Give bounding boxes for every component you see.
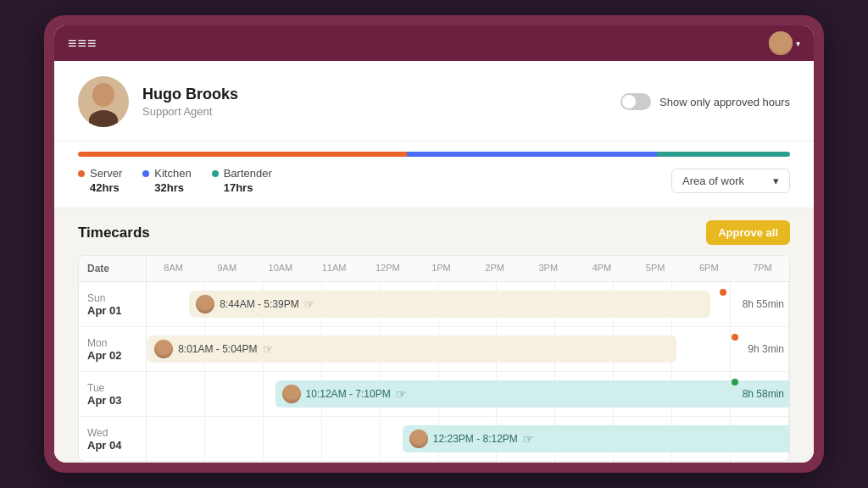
approved-hours-label: Show only approved hours xyxy=(659,96,790,108)
timecards-header: Timecards Approve all xyxy=(78,220,790,245)
col-line xyxy=(264,417,322,461)
top-bar: ≡≡≡ ▾ xyxy=(54,25,814,61)
shift-time-sun: 8:44AM - 5:39PM xyxy=(220,298,298,310)
row-day-label: Tue xyxy=(87,382,137,394)
col-line xyxy=(147,417,205,461)
col-line xyxy=(205,372,264,416)
time-5pm: 5PM xyxy=(629,256,682,281)
legend-bartender-label: Bartender xyxy=(212,167,272,180)
time-3pm: 3PM xyxy=(521,256,575,281)
shift-edit-icon[interactable]: ☞ xyxy=(263,342,274,356)
row-timeline-mon: 8:01AM - 5:04PM ☞ 9h 3min xyxy=(147,327,789,371)
time-8am: 8AM xyxy=(147,256,200,281)
profile-name: Hugo Brooks xyxy=(142,86,238,103)
area-dropdown-chevron-icon: ▾ xyxy=(773,175,779,187)
timecard-grid: Date 8AM 9AM 10AM 11AM 12PM 1PM 2PM 3PM … xyxy=(78,255,790,462)
avatar-img xyxy=(154,340,173,358)
area-of-work-dropdown[interactable]: Area of work ▾ xyxy=(671,169,790,193)
stats-bars xyxy=(78,152,790,157)
profile-info: Hugo Brooks Support Agent xyxy=(142,86,238,118)
row-date-tue: Tue Apr 03 xyxy=(79,372,147,416)
time-headers: 8AM 9AM 10AM 11AM 12PM 1PM 2PM 3PM 4PM 5… xyxy=(147,256,789,281)
col-line xyxy=(205,417,264,461)
shift-bar-wed[interactable]: 12:23PM - 8:12PM ☞ xyxy=(403,425,789,452)
dot-server-icon xyxy=(78,170,85,177)
dot-indicator-sun xyxy=(720,289,726,296)
bar-server xyxy=(78,152,407,157)
legend-server-text: Server xyxy=(90,167,122,180)
shift-bar-tue[interactable]: 10:12AM - 7:10PM ☞ xyxy=(275,380,790,408)
time-6pm: 6PM xyxy=(682,256,736,281)
row-day-label: Wed xyxy=(87,427,137,439)
time-9am: 9AM xyxy=(200,256,253,281)
row-timeline-wed: 12:23PM - 8:12PM ☞ xyxy=(147,417,789,461)
time-1pm: 1PM xyxy=(415,256,468,281)
shift-avatar-sun xyxy=(196,295,214,313)
shift-edit-icon[interactable]: ☞ xyxy=(396,387,407,401)
timecards-section: Timecards Approve all Date 8AM 9AM 10AM … xyxy=(54,208,814,463)
timecards-title: Timecards xyxy=(78,225,150,241)
legend-bartender-text: Bartender xyxy=(224,167,272,180)
grid-header: Date 8AM 9AM 10AM 11AM 12PM 1PM 2PM 3PM … xyxy=(79,256,789,282)
legend-items: Server 42hrs Kitchen 32hrs xyxy=(78,167,272,194)
profile-left: Hugo Brooks Support Agent xyxy=(78,76,238,127)
area-dropdown-label: Area of work xyxy=(682,175,744,187)
date-column-header: Date xyxy=(79,256,147,281)
col-line xyxy=(672,327,731,371)
approve-all-button[interactable]: Approve all xyxy=(706,220,790,245)
avatar-img xyxy=(409,430,428,448)
legend-kitchen-value: 32hrs xyxy=(154,181,191,194)
shift-bar-sun[interactable]: 8:44AM - 5:39PM ☞ xyxy=(189,291,710,318)
row-date-sun: Sun Apr 01 xyxy=(79,282,147,326)
dot-bartender-icon xyxy=(212,170,219,177)
col-line xyxy=(322,417,381,461)
shift-edit-icon[interactable]: ☞ xyxy=(523,432,534,446)
profile-right: Show only approved hours xyxy=(620,93,790,110)
legend-bartender: Bartender 17hrs xyxy=(212,167,272,194)
approved-hours-toggle[interactable] xyxy=(620,93,651,110)
shift-edit-icon[interactable]: ☞ xyxy=(304,297,315,311)
profile-avatar xyxy=(78,76,129,127)
row-day-label: Sun xyxy=(87,292,137,304)
shift-time-mon: 8:01AM - 5:04PM xyxy=(178,343,257,355)
dot-indicator-tue xyxy=(732,379,738,385)
col-line xyxy=(147,372,205,416)
shift-avatar-tue xyxy=(282,385,301,403)
time-7pm: 7PM xyxy=(736,256,789,281)
avatar-face xyxy=(769,31,793,55)
shift-bar-mon[interactable]: 8:01AM - 5:04PM ☞ xyxy=(147,336,676,363)
legend-kitchen-label: Kitchen xyxy=(142,167,191,180)
top-bar-right: ▾ xyxy=(769,31,800,55)
avatar-head xyxy=(92,83,114,107)
table-row: Mon Apr 02 xyxy=(79,327,789,372)
stats-section: Server 42hrs Kitchen 32hrs xyxy=(54,141,814,208)
legend-server-value: 42hrs xyxy=(90,181,122,194)
time-10am: 10AM xyxy=(253,256,307,281)
user-avatar-top[interactable] xyxy=(769,31,793,55)
table-row: Wed Apr 04 xyxy=(79,417,789,461)
avatar-img xyxy=(196,295,214,313)
table-row: Sun Apr 01 xyxy=(79,282,789,327)
legend-server: Server 42hrs xyxy=(78,167,122,194)
row-day-label: Mon xyxy=(87,337,137,349)
profile-role: Support Agent xyxy=(142,105,238,118)
avatar-img xyxy=(282,385,301,403)
time-2pm: 2PM xyxy=(468,256,521,281)
legend-bartender-value: 17hrs xyxy=(224,181,272,194)
legend-kitchen: Kitchen 32hrs xyxy=(142,167,191,194)
main-content: Hugo Brooks Support Agent Show only appr… xyxy=(54,61,814,463)
time-12pm: 12PM xyxy=(361,256,415,281)
avatar-chevron-icon[interactable]: ▾ xyxy=(796,39,800,48)
shift-time-wed: 12:23PM - 8:12PM xyxy=(433,433,518,445)
time-4pm: 4PM xyxy=(575,256,628,281)
device-screen: ≡≡≡ ▾ Hugo Brooks Support xyxy=(54,25,814,463)
device-frame: ≡≡≡ ▾ Hugo Brooks Support xyxy=(44,15,824,473)
avatar-body xyxy=(89,110,118,127)
shift-duration-sun: 8h 55min xyxy=(743,298,784,310)
shift-avatar-mon xyxy=(154,340,173,358)
legend-server-label: Server xyxy=(78,167,122,180)
row-date-label: Apr 03 xyxy=(87,394,137,407)
app-logo: ≡≡≡ xyxy=(68,35,97,53)
shift-duration-tue: 8h 58min xyxy=(743,388,784,400)
row-date-wed: Wed Apr 04 xyxy=(79,417,147,461)
